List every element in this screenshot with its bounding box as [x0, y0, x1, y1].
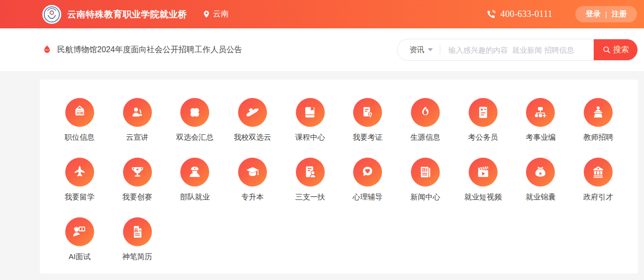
exam-doc-icon	[469, 98, 498, 127]
site-title: 云南特殊教育职业学院就业桥	[67, 8, 187, 20]
gov-building-icon	[584, 158, 613, 187]
app-label: 生源信息	[410, 133, 440, 142]
clapperboard-icon	[469, 158, 498, 187]
app-label: 我要留学	[65, 192, 95, 202]
app-label: 教师招聘	[583, 133, 613, 142]
app-item-graduation-cap[interactable]: 专升本	[224, 158, 281, 202]
app-label: 心理辅导	[353, 192, 383, 202]
app-item-doc-person[interactable]: 三支一扶	[281, 158, 339, 202]
app-label: 云宣讲	[126, 133, 148, 142]
location-selector[interactable]: 云南	[202, 9, 229, 19]
app-item-trophy[interactable]: 我要创赛	[109, 158, 166, 202]
flame-icon	[411, 98, 440, 127]
register-label[interactable]: 注册	[612, 9, 627, 19]
app-item-lecturer[interactable]: 教师招聘	[569, 98, 627, 142]
location-pin-icon	[202, 10, 211, 18]
soldier-icon	[180, 158, 209, 187]
app-item-money-bag[interactable]: 就业锦囊	[512, 158, 570, 202]
certificate-icon	[353, 98, 382, 127]
app-item-clapperboard[interactable]: 就业短视频	[454, 158, 512, 202]
app-label: 我要考证	[353, 133, 383, 142]
school-logo	[42, 4, 62, 24]
app-item-clover[interactable]: 双选会汇总	[166, 98, 224, 142]
newspaper-icon: N	[411, 158, 440, 187]
svg-text:N: N	[423, 169, 425, 172]
announcement-text: 民航博物馆2024年度面向社会公开招聘工作人员公告	[57, 45, 243, 55]
search-input[interactable]	[440, 46, 594, 54]
app-label: 考公务员	[468, 133, 498, 142]
hot-flame-icon: HOT	[42, 45, 52, 55]
app-item-plane[interactable]: 我要留学	[51, 158, 109, 202]
presenter-icon	[123, 98, 152, 127]
graduation-cap-icon	[238, 158, 267, 187]
search-button[interactable]: 搜索	[594, 39, 638, 61]
search-category-label: 资讯	[409, 45, 424, 55]
app-label: 我校双选云	[234, 133, 271, 142]
app-item-flame[interactable]: 生源信息	[396, 98, 454, 142]
svg-text:AI: AI	[138, 230, 141, 232]
app-item-ai-interview[interactable]: AI面试	[51, 217, 109, 262]
doc-person-icon	[296, 158, 325, 187]
job-sign-icon: JOB	[65, 98, 94, 127]
app-label: 考事业编	[525, 133, 555, 142]
app-label: 专升本	[241, 192, 263, 202]
app-label: 就业锦囊	[525, 192, 555, 202]
clover-icon	[180, 98, 209, 127]
plane-icon	[65, 158, 94, 187]
app-label: 部队就业	[180, 192, 210, 202]
svg-text:HOT: HOT	[45, 49, 49, 51]
app-item-job-sign[interactable]: JOB职位信息	[51, 98, 109, 142]
app-label: 双选会汇总	[176, 133, 214, 142]
app-item-book[interactable]: 课程中心	[281, 98, 339, 142]
quick-entry-card: JOB职位信息云宣讲双选会汇总我校双选云课程中心我要考证生源信息考公务员考事业编…	[40, 80, 638, 274]
book-icon	[296, 98, 325, 127]
app-item-chat-heart[interactable]: 心理辅导	[339, 158, 396, 202]
auth-divider: |	[605, 10, 607, 18]
app-item-presenter[interactable]: 云宣讲	[109, 98, 166, 142]
app-label: 职位信息	[65, 133, 95, 142]
app-grid: JOB职位信息云宣讲双选会汇总我校双选云课程中心我要考证生源信息考公务员考事业编…	[51, 98, 627, 262]
hot-announcement-link[interactable]: HOT 民航博物馆2024年度面向社会公开招聘工作人员公告	[42, 45, 243, 55]
chevron-down-icon	[428, 48, 433, 51]
app-label: 课程中心	[295, 133, 325, 142]
search-bar: 资讯 搜索	[397, 39, 638, 61]
search-button-label: 搜索	[613, 45, 629, 55]
app-label: 三支一扶	[295, 192, 325, 202]
app-item-newspaper[interactable]: N新闻中心	[396, 158, 454, 202]
trophy-icon	[123, 158, 152, 187]
app-item-soldier[interactable]: 部队就业	[166, 158, 224, 202]
handshake-icon	[238, 98, 267, 127]
lecturer-icon	[584, 98, 613, 127]
app-label: 就业短视频	[464, 192, 502, 202]
app-item-exam-doc[interactable]: 考公务员	[454, 98, 512, 142]
app-item-certificate[interactable]: 我要考证	[339, 98, 396, 142]
app-item-gov-building[interactable]: 政府引才	[569, 158, 627, 202]
announcement-search-bar: HOT 民航博物馆2024年度面向社会公开招聘工作人员公告 资讯 搜索	[0, 28, 644, 71]
app-item-resume[interactable]: AI神笔简历	[109, 217, 166, 262]
search-icon	[602, 45, 611, 54]
phone-icon	[487, 9, 496, 19]
login-register-button[interactable]: 登录 | 注册	[575, 6, 637, 22]
app-label: 我要创赛	[123, 192, 152, 202]
ai-interview-icon	[65, 217, 94, 246]
hotline: 400-633-0111	[487, 9, 552, 19]
money-bag-icon	[526, 158, 555, 187]
top-header: 云南特殊教育职业学院就业桥 云南 400-633-0111 登录 | 注册	[0, 0, 644, 28]
search-category-dropdown[interactable]: 资讯	[397, 45, 440, 55]
resume-icon: AI	[123, 217, 152, 246]
app-label: 政府引才	[583, 192, 613, 202]
app-label: 神笔简历	[123, 252, 152, 262]
login-label[interactable]: 登录	[586, 9, 601, 19]
app-label: AI面试	[69, 252, 91, 262]
app-item-handshake[interactable]: 我校双选云	[224, 98, 281, 142]
chat-heart-icon	[353, 158, 382, 187]
hotline-number: 400-633-0111	[501, 9, 552, 19]
svg-text:JOB: JOB	[76, 111, 84, 115]
location-label: 云南	[213, 9, 229, 19]
app-item-org-chart[interactable]: 考事业编	[512, 98, 570, 142]
org-chart-icon	[526, 98, 555, 127]
app-label: 新闻中心	[410, 192, 440, 202]
